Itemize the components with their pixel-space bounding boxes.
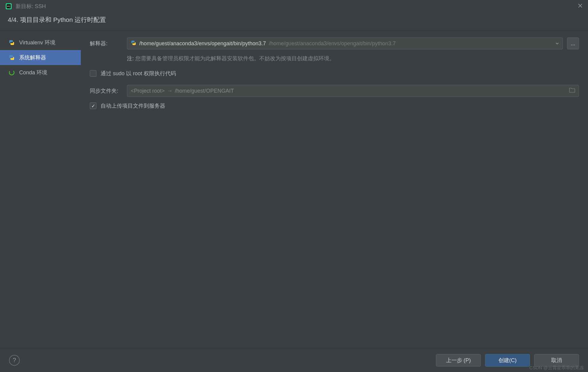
previous-button[interactable]: 上一步 (P) <box>436 354 481 367</box>
footer: ? 上一步 (P) 创建(C) 取消 <box>0 348 588 372</box>
titlebar: PC 新目标: SSH <box>0 0 588 13</box>
interpreter-label: 解释器: <box>90 40 123 47</box>
sidebar-item-label: Virtualenv 环境 <box>19 39 55 46</box>
interpreter-path: /home/guest/anaconda3/envs/opengait/bin/… <box>139 40 266 47</box>
sync-label: 同步文件夹: <box>90 87 123 94</box>
svg-text:PC: PC <box>7 5 10 8</box>
sidebar-item-label: Conda 环境 <box>19 69 47 76</box>
titlebar-title: 新目标: SSH <box>16 3 46 10</box>
svg-point-5 <box>9 70 15 76</box>
content: 解释器: /home/guest/anaconda3/envs/opengait… <box>81 31 588 352</box>
sidebar-item-label: 系统解释器 <box>19 54 46 61</box>
auto-upload-checkbox-row[interactable]: 自动上传项目文件到服务器 <box>90 102 579 109</box>
interpreter-select[interactable]: /home/guest/anaconda3/envs/opengait/bin/… <box>127 37 563 49</box>
create-button[interactable]: 创建(C) <box>485 354 530 367</box>
sudo-checkbox-row[interactable]: 通过 sudo 以 root 权限执行代码 <box>90 70 579 77</box>
browse-interpreter-button[interactable]: ... <box>567 37 579 49</box>
auto-upload-checkbox-label: 自动上传项目文件到服务器 <box>101 102 165 109</box>
sync-value-prefix: <Project root> <box>131 88 165 94</box>
arrow-icon: → <box>167 88 172 94</box>
hint-text: 您需要具备管理员权限才能为此解释器安装软件包。不妨改为按项目创建虚拟环境。 <box>135 55 335 61</box>
sync-value-path: /home/guest/OPENGAIT <box>175 88 234 94</box>
auto-upload-checkbox[interactable] <box>90 103 96 109</box>
sidebar-item-conda[interactable]: Conda 环境 <box>0 65 81 80</box>
cancel-button[interactable]: 取消 <box>534 354 579 367</box>
sidebar-item-virtualenv[interactable]: Virtualenv 环境 <box>0 35 81 50</box>
folder-browse-icon[interactable] <box>569 88 575 94</box>
hint-prefix: 注: <box>127 55 134 61</box>
sudo-checkbox-label: 通过 sudo 以 root 权限执行代码 <box>101 70 176 77</box>
sync-folder-input[interactable]: <Project root> → /home/guest/OPENGAIT <box>127 85 579 97</box>
watermark: CSDN @云霄星乖乖的果冻 <box>529 365 584 371</box>
chevron-down-icon <box>555 40 559 47</box>
python-icon <box>8 39 15 46</box>
interpreter-path-extra: /home/guest/anaconda3/envs/opengait/bin/… <box>269 40 395 47</box>
sidebar: Virtualenv 环境 系统解释器 Conda 环境 <box>0 31 81 352</box>
interpreter-hint: 注: 您需要具备管理员权限才能为此解释器安装软件包。不妨改为按项目创建虚拟环境。 <box>127 55 579 62</box>
close-icon[interactable] <box>578 3 583 10</box>
body: Virtualenv 环境 系统解释器 Conda 环境 解释器: /home/… <box>0 31 588 352</box>
sudo-checkbox[interactable] <box>90 70 96 77</box>
python-icon <box>131 40 136 47</box>
interpreter-row: 解释器: /home/guest/anaconda3/envs/opengait… <box>90 37 579 49</box>
python-icon <box>8 54 15 61</box>
sync-row: 同步文件夹: <Project root> → /home/guest/OPEN… <box>90 85 579 97</box>
sidebar-item-system[interactable]: 系统解释器 <box>0 50 81 65</box>
step-header: 4/4. 项目目录和 Python 运行时配置 <box>0 13 588 31</box>
conda-icon <box>8 69 15 76</box>
pycharm-icon: PC <box>5 3 12 10</box>
help-button[interactable]: ? <box>9 355 20 366</box>
